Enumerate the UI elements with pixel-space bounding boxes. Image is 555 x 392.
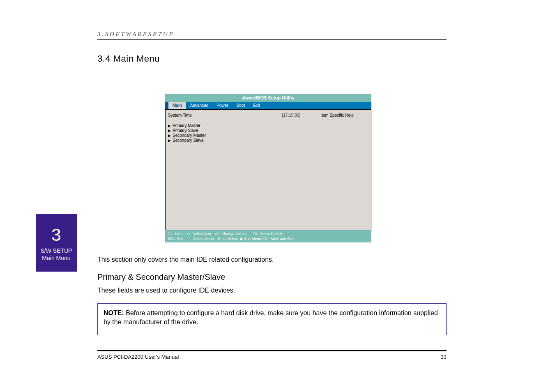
side-tab-number: 3: [51, 224, 61, 247]
bios-tab-power[interactable]: Power: [212, 102, 232, 109]
page-header: 3 . S O F T W A R E S E T U P: [97, 31, 447, 38]
bios-submenu-label: Primary Master: [173, 123, 200, 128]
bios-tab-boot[interactable]: Boot: [233, 102, 249, 109]
footer-page-number: 33: [441, 354, 447, 360]
triangle-icon: ▶: [168, 129, 171, 133]
bios-submenu-primary-slave[interactable]: ▶Primary Slave: [168, 128, 300, 133]
bios-submenu-label: Primary Slave: [173, 128, 198, 133]
bios-tab-exit[interactable]: Exit: [249, 102, 264, 109]
bios-footer-row2: ESC Exit ← Select Menu Enter Select ▶ Su…: [168, 236, 293, 241]
bios-system-time-label: System Time: [168, 113, 192, 118]
subheading: Primary & Secondary Master/Slave: [97, 272, 225, 282]
bios-footer-row1: F1 Help ↑↓ Select Item -/+ Change Values…: [168, 231, 284, 236]
triangle-icon: ▶: [168, 134, 171, 138]
triangle-icon: ▶: [168, 138, 171, 143]
side-tab-line2: Main Menu: [42, 254, 70, 262]
bios-left-pane: System Time [17:15:00] ▶Primary Master ▶…: [166, 110, 303, 230]
note-label: NOTE:: [104, 309, 124, 316]
bios-submenu-list: ▶Primary Master ▶Primary Slave ▶Secondar…: [166, 121, 303, 145]
paragraph-intro: This section only covers the main IDE re…: [97, 255, 447, 264]
triangle-icon: ▶: [168, 124, 171, 128]
bios-tabbar: Main Advanced Power Boot Exit: [165, 102, 371, 109]
bios-submenu-secondary-slave[interactable]: ▶Secondary Slave: [168, 138, 300, 143]
note-text: Before attempting to configure a hard di…: [104, 309, 438, 325]
bios-tab-main[interactable]: Main: [168, 102, 186, 109]
paragraph-fields: These fields are used to configure IDE d…: [97, 286, 447, 295]
bios-title: AwardBIOS Setup Utility: [165, 94, 371, 102]
header-rule: [97, 39, 447, 40]
side-tab-line1: S/W SETUP: [40, 247, 72, 254]
side-tab: 3 S/W SETUP Main Menu: [36, 214, 77, 272]
bios-submenu-secondary-master[interactable]: ▶Secondary Master: [168, 133, 300, 138]
bios-help-header: Item Specific Help: [303, 110, 371, 121]
bios-right-pane: Item Specific Help: [303, 110, 371, 230]
bios-screenshot: AwardBIOS Setup Utility Main Advanced Po…: [165, 94, 371, 242]
bios-submenu-primary-master[interactable]: ▶Primary Master: [168, 123, 300, 128]
bios-system-time-value: [17:15:00]: [282, 113, 300, 118]
bios-footer: F1 Help ↑↓ Select Item -/+ Change Values…: [165, 230, 371, 242]
bios-tab-advanced[interactable]: Advanced: [186, 102, 212, 109]
bios-body: System Time [17:15:00] ▶Primary Master ▶…: [165, 109, 371, 230]
bios-system-time-row[interactable]: System Time [17:15:00]: [166, 110, 303, 121]
bios-tabbar-lead: [165, 102, 168, 109]
footer-manual-title: ASUS PCI-DA2200 User's Manual: [97, 354, 179, 360]
note-box: NOTE: Before attempting to configure a h…: [97, 303, 447, 335]
bios-submenu-label: Secondary Slave: [173, 138, 204, 143]
section-title: 3.4 Main Menu: [97, 53, 160, 64]
footer-rule: [97, 350, 447, 351]
bios-submenu-label: Secondary Master: [173, 133, 206, 138]
